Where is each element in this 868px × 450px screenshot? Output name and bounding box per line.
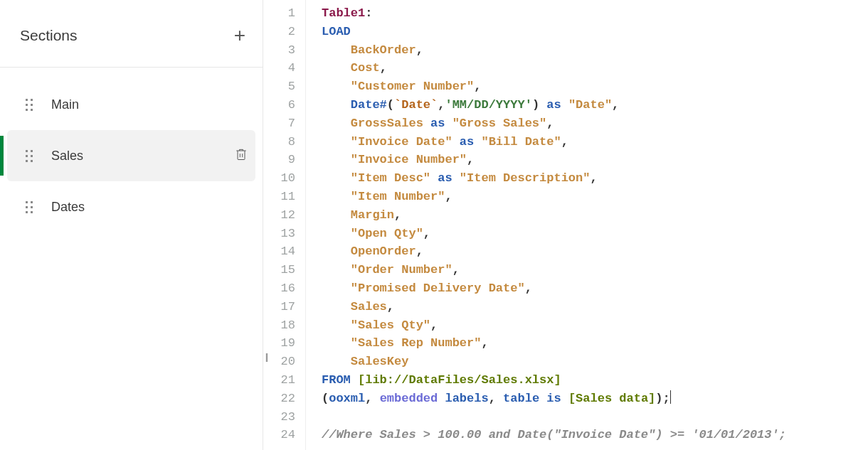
trash-icon <box>234 146 248 162</box>
sidebar-title: Sections <box>20 27 78 44</box>
delete-section-button[interactable] <box>234 146 248 165</box>
section-label: Sales <box>51 149 234 164</box>
section-item-main[interactable]: Main <box>0 79 263 130</box>
sidebar-header: Sections + <box>0 0 263 68</box>
drag-handle-icon[interactable] <box>26 201 36 213</box>
sections-list: Main Sales Dates <box>0 68 263 232</box>
section-item-dates[interactable]: Dates <box>0 181 263 232</box>
sections-sidebar: Sections + Main Sales <box>0 0 263 450</box>
section-label: Main <box>51 97 248 112</box>
section-item-sales[interactable]: Sales <box>7 130 255 181</box>
code-area[interactable]: Table1:LOAD BackOrder, Cost, "Customer N… <box>306 0 868 450</box>
add-section-button[interactable]: + <box>234 26 245 45</box>
script-editor[interactable]: 123456789101112131415161718192021222324 … <box>263 0 868 450</box>
section-label: Dates <box>51 200 248 215</box>
drag-handle-icon[interactable] <box>26 99 36 111</box>
resize-handle-icon[interactable]: || <box>265 352 267 362</box>
line-number-gutter: 123456789101112131415161718192021222324 <box>263 0 306 450</box>
drag-handle-icon[interactable] <box>26 150 36 162</box>
